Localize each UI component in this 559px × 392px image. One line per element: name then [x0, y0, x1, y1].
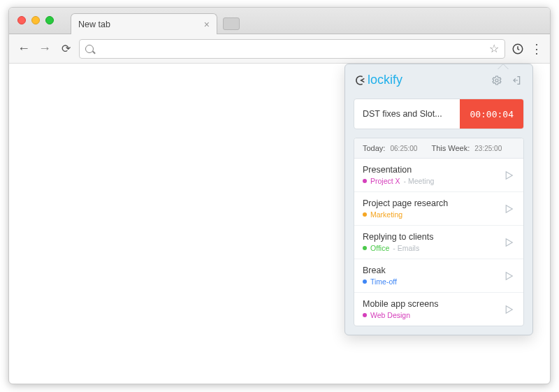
- play-icon[interactable]: [502, 303, 515, 316]
- project-name: Marketing: [370, 210, 402, 219]
- svg-marker-2: [506, 171, 512, 179]
- play-icon[interactable]: [502, 270, 515, 282]
- time-entry-info: Mobile app screensWeb Design: [363, 299, 502, 319]
- time-entry[interactable]: Replying to clientsOffice- Emails: [354, 226, 523, 259]
- play-icon[interactable]: [502, 169, 515, 182]
- client-name: - Meeting: [404, 177, 435, 185]
- clockify-popup: lockify DST fixes and Slot... 00:00:0: [344, 64, 533, 335]
- play-icon[interactable]: [502, 203, 515, 215]
- time-entry[interactable]: Project page researchMarketing: [354, 192, 523, 226]
- time-entry-meta: Marketing: [363, 210, 502, 219]
- time-entry-title: Project page research: [363, 198, 502, 208]
- play-icon[interactable]: [502, 236, 515, 249]
- week-label: This Week:: [431, 144, 470, 152]
- current-timer: DST fixes and Slot... 00:00:04: [354, 99, 524, 129]
- time-entry[interactable]: BreakTime-off: [354, 259, 523, 293]
- logout-icon[interactable]: [510, 74, 523, 87]
- svg-marker-6: [506, 305, 512, 313]
- zoom-window-button[interactable]: [45, 16, 54, 24]
- time-entry-info: BreakTime-off: [363, 266, 502, 286]
- settings-icon[interactable]: [491, 74, 503, 87]
- project-color-dot: [363, 212, 367, 217]
- browser-toolbar: ← → ⟳ ☆ ⋮: [9, 34, 550, 64]
- today-label: Today:: [363, 144, 385, 152]
- browser-tab[interactable]: New tab ×: [71, 13, 217, 34]
- popup-header: lockify: [345, 64, 532, 96]
- project-color-dot: [363, 313, 367, 317]
- project-name: Office: [370, 244, 389, 252]
- tab-title: New tab: [78, 20, 204, 29]
- window-titlebar: New tab ×: [9, 8, 550, 34]
- project-color-dot: [363, 246, 367, 250]
- time-entry-meta: Web Design: [363, 311, 502, 319]
- week-value: 23:25:00: [474, 145, 502, 152]
- reload-button[interactable]: ⟳: [58, 42, 73, 55]
- stop-timer-button[interactable]: 00:00:04: [460, 99, 523, 129]
- browser-window: New tab × ← → ⟳ ☆ ⋮: [8, 7, 551, 384]
- client-name: - Emails: [393, 244, 419, 252]
- time-entry-meta: Project X- Meeting: [363, 177, 502, 185]
- svg-marker-4: [506, 238, 512, 246]
- time-entry-info: Replying to clientsOffice- Emails: [363, 232, 502, 252]
- close-window-button[interactable]: [17, 16, 26, 24]
- window-controls: [17, 16, 54, 24]
- svg-point-1: [495, 79, 498, 82]
- time-entry-title: Presentation: [363, 165, 502, 175]
- week-summary: This Week: 23:25:00: [431, 144, 502, 152]
- project-name: Project X: [370, 177, 400, 185]
- today-summary: Today: 06:25:00: [363, 144, 417, 152]
- time-entry-meta: Time-off: [363, 277, 502, 286]
- svg-marker-5: [506, 272, 512, 280]
- minimize-window-button[interactable]: [31, 16, 40, 24]
- close-tab-icon[interactable]: ×: [204, 19, 210, 30]
- time-entry[interactable]: Mobile app screensWeb Design: [354, 293, 523, 326]
- clockify-logo-text: lockify: [368, 73, 402, 87]
- project-color-dot: [363, 280, 367, 284]
- back-button[interactable]: ←: [16, 41, 31, 56]
- time-entry-title: Break: [363, 266, 502, 275]
- search-icon: [85, 45, 94, 53]
- new-tab-button[interactable]: [223, 17, 240, 30]
- project-name: Web Design: [370, 311, 410, 319]
- project-name: Time-off: [370, 277, 397, 286]
- bookmark-star-icon[interactable]: ☆: [489, 42, 499, 55]
- time-entry-info: PresentationProject X- Meeting: [363, 165, 502, 185]
- forward-button[interactable]: →: [37, 41, 52, 56]
- time-entry[interactable]: PresentationProject X- Meeting: [354, 159, 523, 192]
- address-bar[interactable]: ☆: [79, 39, 505, 59]
- today-value: 06:25:00: [390, 145, 417, 152]
- time-summary: Today: 06:25:00 This Week: 23:25:00: [354, 138, 523, 159]
- clockify-extension-icon[interactable]: [511, 42, 525, 56]
- entries-panel: Today: 06:25:00 This Week: 23:25:00 Pres…: [354, 138, 524, 326]
- time-entry-info: Project page researchMarketing: [363, 198, 502, 219]
- project-color-dot: [363, 179, 367, 183]
- clockify-logo-icon: [355, 75, 366, 86]
- current-timer-description[interactable]: DST fixes and Slot...: [363, 109, 460, 119]
- clockify-logo: lockify: [355, 73, 402, 87]
- browser-menu-icon[interactable]: ⋮: [530, 41, 543, 57]
- time-entry-meta: Office- Emails: [363, 244, 502, 252]
- time-entry-title: Mobile app screens: [363, 299, 502, 309]
- svg-marker-3: [506, 205, 512, 212]
- time-entry-title: Replying to clients: [363, 232, 502, 242]
